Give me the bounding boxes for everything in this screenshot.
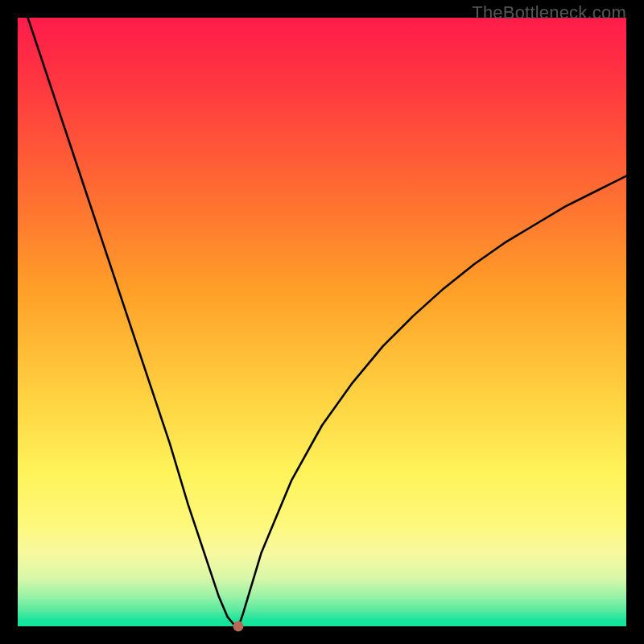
plot-area [18, 18, 626, 626]
chart-frame: TheBottleneck.com [0, 0, 644, 644]
bottleneck-curve [18, 18, 626, 626]
watermark-text: TheBottleneck.com [472, 2, 626, 23]
minimum-marker [233, 621, 244, 632]
